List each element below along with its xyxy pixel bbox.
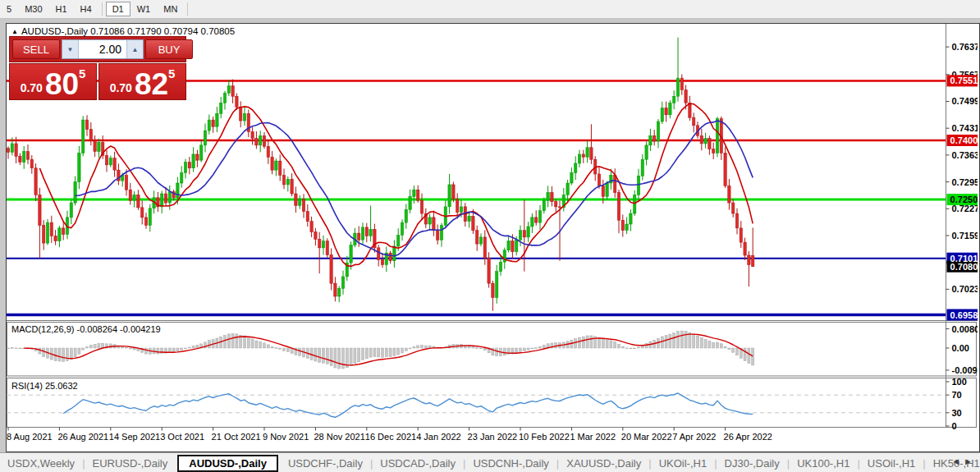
timeframe-button-5[interactable]: 5 <box>0 2 18 16</box>
timeframe-button-h4[interactable]: H4 <box>74 2 98 16</box>
svg-text:0.74990: 0.74990 <box>952 96 978 106</box>
volume-input[interactable] <box>79 40 126 58</box>
timeframe-button-m30[interactable]: M30 <box>18 2 48 16</box>
svg-text:0.76370: 0.76370 <box>952 42 978 52</box>
volume-increase-icon[interactable]: ▲ <box>126 40 143 58</box>
symbol-tab-uk100-h1[interactable]: UK100-,H1 <box>790 456 857 470</box>
symbol-tab-audusd-daily[interactable]: AUDUSD-,Daily <box>177 455 278 472</box>
symbol-tab-ukoil-h1[interactable]: UKOil-,H1 <box>652 456 715 470</box>
svg-text:0.74310: 0.74310 <box>952 123 978 133</box>
svg-text:100: 100 <box>952 377 967 387</box>
rsi-panel <box>7 382 950 426</box>
trade-prices-row: 0.70 80 5 0.70 82 5 <box>9 63 186 100</box>
timeframe-button-d1[interactable]: D1 <box>106 2 131 16</box>
buy-price-prefix: 0.70 <box>110 81 132 94</box>
svg-text:4 Jan 2022: 4 Jan 2022 <box>416 432 460 442</box>
svg-text:10 Feb 2022: 10 Feb 2022 <box>519 432 570 442</box>
svg-text:26 Aug 2021: 26 Aug 2021 <box>57 432 108 442</box>
svg-text:16 Dec 2021: 16 Dec 2021 <box>365 432 416 442</box>
svg-text:21 Oct 2021: 21 Oct 2021 <box>212 432 261 442</box>
date-axis <box>8 428 726 431</box>
tab-scroll-arrows[interactable]: ◄► <box>951 456 976 466</box>
svg-text:0.00: 0.00 <box>952 343 969 353</box>
svg-text:0.70805: 0.70805 <box>950 262 978 272</box>
buy-price-sup: 5 <box>168 66 175 80</box>
buy-button[interactable]: BUY <box>145 39 193 59</box>
macd-panel <box>7 329 950 370</box>
symbol-tab-dj30-daily[interactable]: DJ30-,Daily <box>717 456 787 470</box>
svg-text:0.69582: 0.69582 <box>950 310 978 320</box>
svg-text:28 Nov 2021: 28 Nov 2021 <box>314 432 364 442</box>
svg-text:20 Mar 2022: 20 Mar 2022 <box>621 432 672 442</box>
svg-text:0.71590: 0.71590 <box>952 231 978 241</box>
symbol-tab-usdcnh-daily[interactable]: USDCNH-,Daily <box>465 456 556 470</box>
symbol-tab-xauusd-daily[interactable]: XAUUSD-,Daily <box>559 456 648 470</box>
svg-text:0.73630: 0.73630 <box>952 150 978 160</box>
svg-text:23 Jan 2022: 23 Jan 2022 <box>468 432 518 442</box>
toolbar-separator <box>102 2 103 16</box>
symbol-tab-usdchf-daily[interactable]: USDCHF-,Daily <box>281 456 370 470</box>
symbol-tab-usdx-weekly[interactable]: USDX,Weekly <box>0 456 82 470</box>
chart-window: ▲AUDUSD-,Daily 0.71086 0.71790 0.70794 0… <box>6 23 980 452</box>
svg-text:14 Sep 2021: 14 Sep 2021 <box>109 432 160 442</box>
timeframe-toolbar: 5M30H1H4D1W1MN <box>0 0 980 19</box>
sell-price-sup: 5 <box>79 66 85 80</box>
rsi-legend: RSI(14) 25.0632 <box>11 381 78 391</box>
one-click-trading-panel: SELL ▼ ▲ BUY 0.70 80 5 0.70 82 5 <box>9 36 186 100</box>
timeframe-button-w1[interactable]: W1 <box>131 2 158 16</box>
timeframe-button-h1[interactable]: H1 <box>49 2 74 16</box>
svg-text:7 Apr 2022: 7 Apr 2022 <box>672 432 716 442</box>
buy-price-big: 82 <box>135 72 168 97</box>
svg-text:9 Nov 2021: 9 Nov 2021 <box>263 432 309 442</box>
svg-text:30: 30 <box>952 408 962 418</box>
svg-text:0: 0 <box>952 421 957 431</box>
svg-text:3 Oct 2021: 3 Oct 2021 <box>160 432 204 442</box>
macd-legend: MACD(12,26,9) -0.008264 -0.004219 <box>11 324 161 334</box>
symbol-tab-usoil-h1[interactable]: USOil-,H1 <box>860 456 923 470</box>
svg-text:0.70230: 0.70230 <box>952 284 978 294</box>
sell-price[interactable]: 0.70 80 5 <box>9 63 97 100</box>
svg-text:1 Mar 2022: 1 Mar 2022 <box>570 432 616 442</box>
svg-text:0.72270: 0.72270 <box>952 204 978 213</box>
svg-text:70: 70 <box>952 390 962 400</box>
symbol-tab-bar: USDX,Weekly|EURUSD-,DailyAUDUSD-,DailyUS… <box>0 452 980 472</box>
timeframe-button-mn[interactable]: MN <box>157 2 184 16</box>
moving-averages <box>39 103 753 266</box>
chart-legend: ▲AUDUSD-,Daily 0.71086 0.71790 0.70794 0… <box>11 26 235 36</box>
sell-price-prefix: 0.70 <box>21 81 43 94</box>
svg-text:-0.009286: -0.009286 <box>952 365 978 375</box>
collapse-triangle-icon[interactable]: ▲ <box>11 28 18 35</box>
svg-text:0.72950: 0.72950 <box>952 177 978 187</box>
volume-decrease-icon[interactable]: ▼ <box>62 40 79 58</box>
svg-text:0.74002: 0.74002 <box>950 135 978 145</box>
svg-text:8 Aug 2021: 8 Aug 2021 <box>7 432 53 442</box>
trade-buttons-row: SELL ▼ ▲ BUY <box>9 36 186 62</box>
buy-price[interactable]: 0.70 82 5 <box>98 63 186 100</box>
trading-terminal: 5M30H1H4D1W1MN ▲AUDUSD-,Daily 0.71086 0.… <box>0 0 980 472</box>
svg-text:0.75512: 0.75512 <box>950 76 978 85</box>
svg-text:0.008061: 0.008061 <box>952 324 978 334</box>
symbol-tab-eurusd-daily[interactable]: EURUSD-,Daily <box>85 456 176 470</box>
svg-text:0.72504: 0.72504 <box>950 195 978 204</box>
sell-price-big: 80 <box>45 72 79 97</box>
sell-button[interactable]: SELL <box>12 39 60 59</box>
svg-text:26 Apr 2022: 26 Apr 2022 <box>724 432 772 442</box>
volume-stepper: ▼ ▲ <box>62 39 144 59</box>
toolbar-separator <box>187 2 188 16</box>
symbol-tab-usdcad-daily[interactable]: USDCAD-,Daily <box>373 456 463 470</box>
chart-legend-text: AUDUSD-,Daily 0.71086 0.71790 0.70794 0.… <box>21 26 235 36</box>
